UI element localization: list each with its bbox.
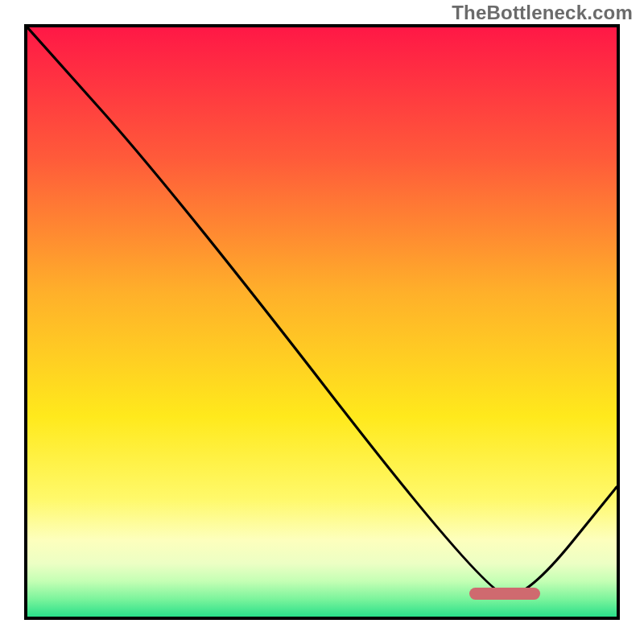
watermark-text: TheBottleneck.com — [452, 2, 633, 24]
optimum-marker — [469, 588, 540, 600]
gradient-background — [27, 27, 617, 617]
chart-container: TheBottleneck.com — [0, 0, 644, 644]
plot-area — [24, 24, 620, 620]
chart-svg — [27, 27, 617, 617]
